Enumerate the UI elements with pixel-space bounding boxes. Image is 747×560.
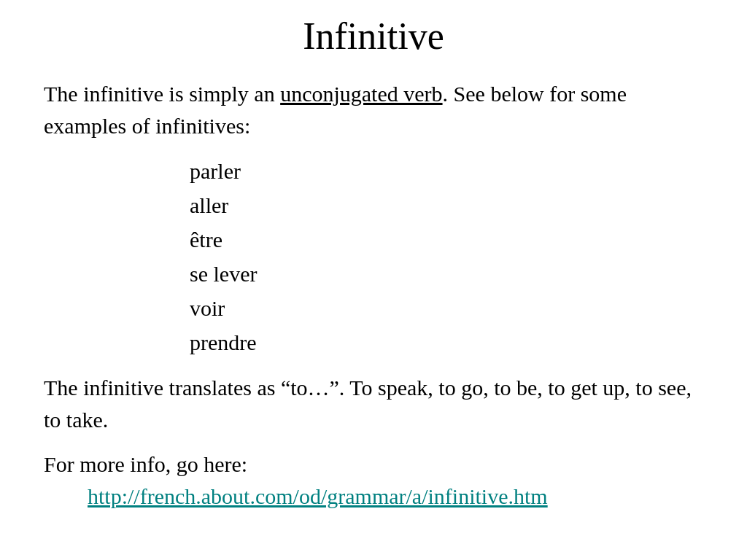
example-prendre: prendre <box>190 326 703 359</box>
examples-list: parler aller être se lever voir prendre <box>190 155 703 359</box>
more-info-paragraph: For more info, go here: http://french.ab… <box>44 448 703 512</box>
example-se-lever: se lever <box>190 257 703 290</box>
slide-container: Infinitive The infinitive is simply an u… <box>0 0 747 560</box>
example-voir: voir <box>190 292 703 324</box>
translation-paragraph: The infinitive translates as “to…”. To s… <box>44 372 703 435</box>
intro-part1: The infinitive is simply an <box>44 82 280 106</box>
example-aller: aller <box>190 189 703 222</box>
more-info-label: For more info, go here: <box>44 452 247 476</box>
slide-title: Infinitive <box>44 15 703 58</box>
unconjugated-verb-term: unconjugated verb <box>280 82 442 106</box>
example-parler: parler <box>190 155 703 187</box>
intro-paragraph: The infinitive is simply an unconjugated… <box>44 78 703 141</box>
example-etre: être <box>190 223 703 256</box>
more-info-link[interactable]: http://french.about.com/od/grammar/a/inf… <box>88 481 703 513</box>
